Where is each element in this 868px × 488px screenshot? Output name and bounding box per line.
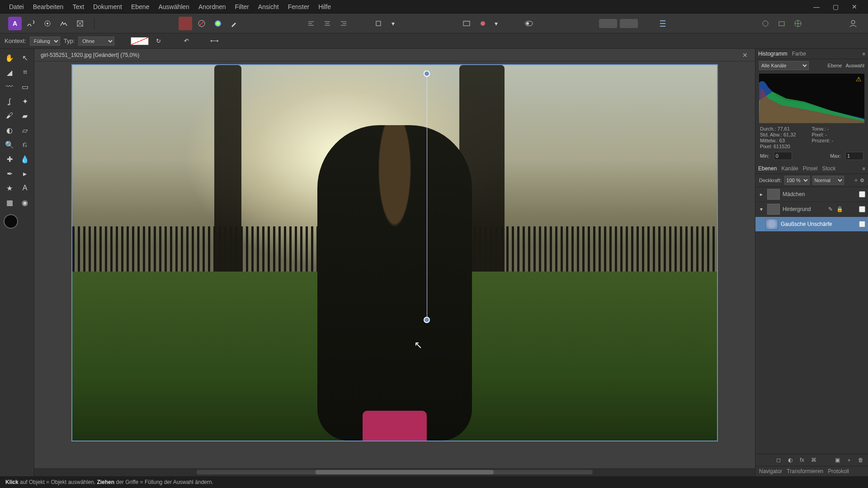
- account-icon[interactable]: [846, 17, 860, 30]
- canvas[interactable]: ↖: [34, 61, 755, 468]
- text-tool-icon[interactable]: A: [17, 181, 33, 195]
- swatch-none-icon[interactable]: [195, 17, 208, 30]
- menu-datei[interactable]: Datei: [5, 1, 28, 12]
- blur-tool-icon[interactable]: 💧: [17, 152, 33, 166]
- expand-icon[interactable]: ▾: [758, 206, 764, 212]
- align-left-icon[interactable]: [304, 17, 318, 30]
- layer-cog-icon[interactable]: ⚙: [860, 178, 864, 183]
- lock-icon[interactable]: 🔒: [836, 206, 843, 212]
- panel-menu-icon[interactable]: ≡: [863, 166, 865, 171]
- layer-visibility-checkbox[interactable]: [859, 206, 865, 212]
- crop-tool-icon[interactable]: ⌗: [17, 65, 33, 80]
- histogram-min-input[interactable]: [774, 152, 792, 160]
- layer-row-selected[interactable]: Gaußsche Unschärfe: [755, 217, 868, 232]
- horizontal-scrollbar[interactable]: [34, 468, 755, 476]
- eyedropper-tool-icon[interactable]: ◉: [17, 195, 33, 210]
- align-panel-icon[interactable]: [656, 17, 670, 30]
- cloud-share-icon[interactable]: [791, 17, 805, 30]
- persona-export-icon[interactable]: [73, 17, 87, 30]
- hand-tool-icon[interactable]: ✋: [2, 51, 17, 65]
- histogram-scope-auswahl[interactable]: Auswahl: [845, 63, 864, 68]
- tab-stock[interactable]: Stock: [822, 165, 835, 172]
- flood-select-tool-icon[interactable]: ✦: [17, 94, 33, 108]
- context-fill-select[interactable]: Füllung: [30, 37, 60, 46]
- selection-brush-tool-icon[interactable]: 〰: [2, 80, 17, 94]
- edit-icon[interactable]: ✎: [827, 206, 834, 212]
- reset-icon[interactable]: ↶: [180, 36, 192, 46]
- cloud-library-icon[interactable]: [775, 17, 788, 30]
- add-layer-icon[interactable]: ＋: [844, 456, 854, 464]
- chevron-down-icon[interactable]: ▾: [492, 17, 500, 30]
- chevron-down-icon[interactable]: ▾: [389, 17, 396, 30]
- eraser-tool-icon[interactable]: ▱: [17, 123, 33, 137]
- opacity-select[interactable]: 100 %: [784, 176, 810, 185]
- lasso-tool-icon[interactable]: ʆ: [2, 94, 17, 108]
- pen-tool-icon[interactable]: ✒: [2, 166, 17, 181]
- arrange-dropdown-icon[interactable]: [373, 17, 387, 30]
- window-minimize[interactable]: —: [807, 1, 826, 13]
- menu-filter[interactable]: Filter: [231, 1, 254, 12]
- tab-histogramm[interactable]: Histogramm: [758, 51, 788, 57]
- menu-ebene[interactable]: Ebene: [127, 1, 154, 12]
- tab-transformieren[interactable]: Transformieren: [787, 468, 823, 474]
- shape-tool-icon[interactable]: ★: [2, 181, 17, 195]
- mesh-tool-icon[interactable]: ▦: [2, 195, 17, 210]
- rotate-icon[interactable]: ↻: [152, 36, 164, 46]
- document-tab[interactable]: girl-535251_1920.jpg [Geändert] (75,0%): [38, 51, 142, 59]
- tab-kanaele[interactable]: Kanäle: [781, 165, 798, 172]
- window-close[interactable]: ✕: [845, 1, 863, 13]
- histogram-channel-select[interactable]: Alle Kanäle: [759, 61, 809, 70]
- expand-icon[interactable]: ▸: [758, 191, 764, 197]
- foreground-color-well[interactable]: [4, 214, 18, 229]
- marquee-tool-icon[interactable]: ▭: [17, 80, 33, 94]
- paint-brush-tool-icon[interactable]: 🖌: [2, 108, 17, 123]
- lock-aspect-icon[interactable]: ⟷: [208, 36, 220, 46]
- menu-anordnen[interactable]: Anordnen: [194, 1, 231, 12]
- tab-navigator[interactable]: Navigator: [759, 468, 782, 474]
- adjust-layer-icon[interactable]: ◐: [786, 456, 795, 464]
- move-tool-icon[interactable]: ↖: [17, 51, 33, 65]
- cloud-sync-icon[interactable]: [759, 17, 772, 30]
- menu-dokument[interactable]: Dokument: [89, 1, 127, 12]
- persona-liquify-icon[interactable]: [41, 17, 54, 30]
- zoom-tool-icon[interactable]: 🔍: [2, 137, 17, 152]
- context-type-select[interactable]: Ohne: [78, 37, 114, 46]
- menu-hilfe[interactable]: Hilfe: [314, 1, 335, 12]
- node-tool-icon[interactable]: ▸: [17, 166, 33, 181]
- menu-ansicht[interactable]: Ansicht: [254, 1, 283, 12]
- align-right-icon[interactable]: [337, 17, 350, 30]
- fx-layer-icon[interactable]: fx: [797, 456, 807, 464]
- persona-develop-icon[interactable]: [57, 17, 71, 30]
- insert-target-icon[interactable]: [460, 17, 473, 30]
- mask-layer-icon[interactable]: ◻: [774, 456, 783, 464]
- window-maximize[interactable]: ▢: [826, 1, 844, 13]
- tab-protokoll[interactable]: Protokoll: [828, 468, 849, 474]
- fill-swatch[interactable]: [131, 37, 149, 45]
- group-layer-icon[interactable]: ▣: [833, 456, 842, 464]
- layer-visibility-checkbox[interactable]: [859, 221, 865, 227]
- color-picker-tool-icon[interactable]: ◢: [2, 65, 17, 80]
- histogram-scope-ebene[interactable]: Ebene: [828, 63, 842, 68]
- menu-fenster[interactable]: Fenster: [283, 1, 314, 12]
- swatch-color-wheel-icon[interactable]: [211, 17, 225, 30]
- stamp-tool-icon[interactable]: ⎌: [17, 137, 33, 152]
- gradient-overlay-line[interactable]: [427, 73, 427, 320]
- document-close-button[interactable]: ✕: [739, 51, 751, 60]
- menu-auswaehlen[interactable]: Auswählen: [154, 1, 194, 12]
- delete-layer-icon[interactable]: 🗑: [856, 456, 865, 464]
- quick-mask-icon[interactable]: [522, 17, 536, 30]
- live-filter-icon[interactable]: ⌘: [809, 456, 818, 464]
- gradient-handle-bottom[interactable]: [424, 317, 430, 323]
- menu-text[interactable]: Text: [68, 1, 89, 12]
- layer-visibility-checkbox[interactable]: [859, 191, 865, 197]
- autoselect-icon[interactable]: [476, 17, 490, 30]
- persona-photo-icon[interactable]: [24, 17, 38, 30]
- fill-tool-icon[interactable]: ▰: [17, 108, 33, 123]
- layer-row[interactable]: ▾ Hintergrund ✎ 🔒: [755, 202, 868, 217]
- menu-bearbeiten[interactable]: Bearbeiten: [28, 1, 68, 12]
- panel-menu-icon[interactable]: ≡: [863, 51, 865, 56]
- layer-row[interactable]: ▸ Mädchen: [755, 187, 868, 202]
- tab-farbe[interactable]: Farbe: [792, 51, 806, 57]
- tab-pinsel[interactable]: Pinsel: [803, 165, 818, 172]
- layer-fx-icon[interactable]: ✧: [854, 178, 858, 183]
